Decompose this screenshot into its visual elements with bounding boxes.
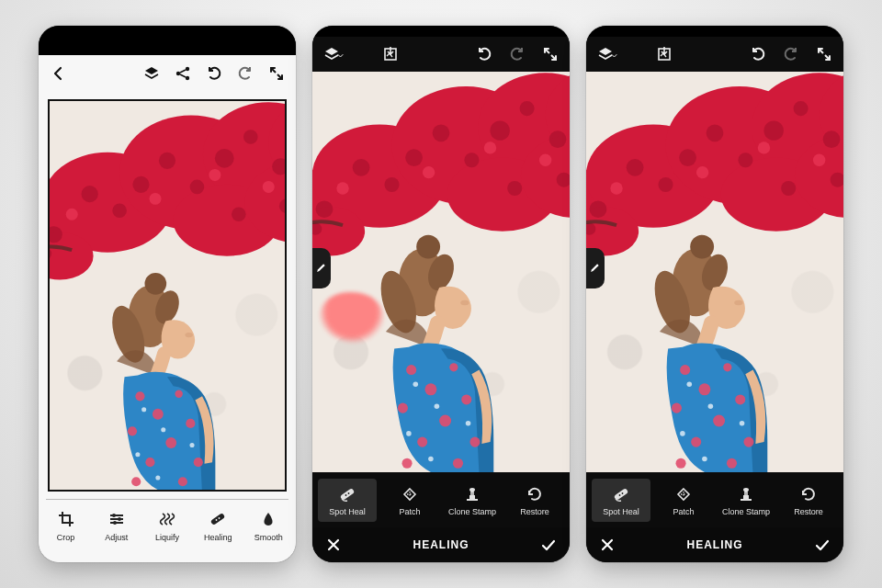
phone-2-healing-active: Spot Heal Patch Clone Stamp Restore HEAL… — [312, 26, 570, 562]
share-icon[interactable] — [175, 65, 191, 82]
healing-tool-row: Spot Heal Patch Clone Stamp Restore — [312, 472, 570, 527]
redo-icon[interactable] — [509, 46, 526, 62]
expand-icon[interactable] — [268, 65, 285, 82]
status-bar — [39, 26, 296, 55]
confirm-button[interactable] — [540, 537, 557, 553]
phone-3-healing-result: Spot Heal Patch Clone Stamp Restore HEAL… — [586, 26, 843, 562]
tool-spot-heal[interactable]: Spot Heal — [592, 479, 650, 522]
restore-icon — [525, 484, 545, 504]
layers-icon[interactable] — [323, 46, 340, 62]
tool-label: Smooth — [254, 533, 283, 542]
top-toolbar — [312, 37, 570, 72]
adjust-icon — [107, 509, 127, 529]
tool-healing[interactable]: Healing — [194, 505, 242, 546]
tool-label: Patch — [673, 507, 694, 516]
tool-label: Adjust — [105, 533, 128, 542]
spot-heal-icon — [337, 484, 357, 504]
tool-spot-heal[interactable]: Spot Heal — [318, 479, 377, 522]
clone-stamp-icon — [736, 484, 756, 504]
layers-icon[interactable] — [143, 65, 160, 82]
undo-icon[interactable] — [476, 46, 492, 62]
spot-heal-icon — [611, 484, 631, 504]
brush-settings-tab[interactable] — [312, 248, 331, 288]
tool-label: Spot Heal — [603, 507, 639, 516]
undo-icon[interactable] — [750, 46, 766, 62]
photo-canvas[interactable] — [586, 72, 843, 472]
patch-icon — [673, 484, 694, 504]
patch-icon — [400, 484, 420, 504]
photo-canvas[interactable] — [312, 72, 570, 472]
tool-label: Healing — [204, 533, 232, 542]
expand-icon[interactable] — [816, 46, 832, 62]
tool-clone-stamp[interactable]: Clone Stamp — [443, 479, 502, 522]
tool-label: Spot Heal — [329, 507, 366, 516]
cancel-button[interactable] — [325, 537, 342, 553]
tool-smooth[interactable]: Smooth — [244, 505, 292, 546]
tool-label: Restore — [520, 507, 549, 516]
tool-label: Crop — [57, 533, 75, 542]
back-icon[interactable] — [50, 65, 66, 82]
phone-1-light-editor: Crop Adjust Liquify Healing Smooth — [39, 26, 296, 562]
tool-restore[interactable]: Restore — [779, 479, 838, 522]
confirm-row: HEALING — [312, 527, 570, 562]
tool-clone-stamp[interactable]: Clone Stamp — [717, 479, 775, 522]
crop-icon — [56, 509, 76, 529]
status-bar — [586, 26, 843, 37]
tool-adjust[interactable]: Adjust — [93, 505, 141, 546]
tool-label: Clone Stamp — [448, 507, 496, 516]
smooth-icon — [258, 509, 278, 529]
liquify-icon — [157, 509, 177, 529]
top-toolbar — [39, 55, 296, 92]
tool-patch[interactable]: Patch — [380, 479, 439, 522]
brush-settings-tab[interactable] — [586, 248, 605, 288]
tool-label: Patch — [399, 507, 420, 516]
tool-crop[interactable]: Crop — [42, 505, 90, 546]
clone-stamp-icon — [462, 484, 482, 504]
confirm-button[interactable] — [814, 537, 831, 553]
healing-icon — [208, 509, 228, 529]
redo-icon[interactable] — [237, 65, 254, 82]
layers-icon[interactable] — [597, 46, 614, 62]
photo-canvas[interactable] — [48, 99, 287, 492]
cancel-button[interactable] — [599, 537, 616, 553]
mode-title: HEALING — [342, 538, 540, 551]
undo-icon[interactable] — [206, 65, 222, 82]
tool-restore[interactable]: Restore — [505, 479, 564, 522]
bottom-tool-row: Crop Adjust Liquify Healing Smooth — [39, 500, 296, 562]
mode-title: HEALING — [616, 538, 814, 551]
tool-label: Restore — [794, 507, 823, 516]
expand-icon[interactable] — [542, 46, 559, 62]
confirm-row: HEALING — [586, 527, 843, 562]
healing-tool-row: Spot Heal Patch Clone Stamp Restore — [586, 472, 843, 527]
tool-label: Liquify — [155, 533, 179, 542]
tool-label: Clone Stamp — [722, 507, 770, 516]
import-image-icon[interactable] — [382, 46, 399, 62]
status-bar — [312, 26, 570, 37]
restore-icon — [798, 484, 819, 504]
tool-patch[interactable]: Patch — [654, 479, 713, 522]
top-toolbar — [586, 37, 843, 72]
import-image-icon[interactable] — [656, 46, 673, 62]
tool-liquify[interactable]: Liquify — [143, 505, 191, 546]
redo-icon[interactable] — [783, 46, 799, 62]
